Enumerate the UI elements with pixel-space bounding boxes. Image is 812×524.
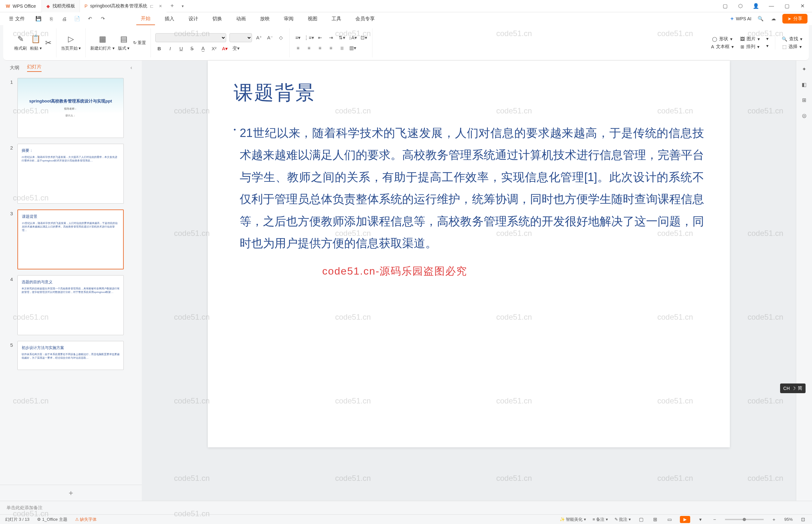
menu-tools[interactable]: 工具: [327, 12, 346, 25]
view-reading-icon[interactable]: ▭: [666, 515, 674, 523]
sidebar-tool-2[interactable]: ◧: [800, 80, 809, 89]
align-text-button[interactable]: ⊡▾: [360, 34, 368, 42]
undo-icon[interactable]: ↶: [86, 15, 94, 22]
notes-bar[interactable]: 单击此处添加备注: [0, 501, 812, 514]
distribute-button[interactable]: ⫼: [338, 44, 346, 52]
redo-icon[interactable]: ↷: [99, 15, 107, 22]
comments-toggle[interactable]: ✎ 批注 ▾: [614, 517, 631, 522]
cloud-icon[interactable]: ☁: [769, 15, 777, 22]
zoom-out-button[interactable]: −: [711, 515, 718, 523]
view-sorter-icon[interactable]: ⊞: [651, 515, 659, 523]
export-icon[interactable]: ⎘: [47, 15, 55, 22]
close-window-button[interactable]: ✕: [798, 2, 806, 10]
layout-icon[interactable]: ▢: [721, 2, 729, 10]
menu-slideshow[interactable]: 放映: [255, 12, 274, 25]
align-justify-button[interactable]: ≡: [327, 44, 335, 52]
align-left-button[interactable]: ≡: [294, 44, 302, 52]
font-size-select[interactable]: [229, 33, 252, 42]
menu-file[interactable]: ☰ 文件: [4, 12, 29, 25]
ime-indicator[interactable]: CH ☽ 简: [780, 383, 806, 393]
menu-design[interactable]: 设计: [184, 12, 203, 25]
sidebar-tool-3[interactable]: ⊞: [800, 95, 809, 104]
slide-canvas[interactable]: 课题背景 • 21世纪以来，随着科学技术的飞速发展，人们对信息的要求越来越高，于…: [155, 61, 783, 501]
menu-member[interactable]: 会员专享: [351, 12, 379, 25]
menu-start[interactable]: 开始: [136, 12, 155, 25]
underline-button[interactable]: U: [177, 45, 185, 52]
thumbnail-3[interactable]: 3 课题背景 21世纪以来，随着科学技术的飞速发展，人们对信息的要求越来越高，于…: [6, 210, 135, 269]
sidebar-tool-4[interactable]: ◎: [800, 111, 809, 120]
layout-button[interactable]: ▤版式 ▾: [118, 34, 130, 51]
find-button[interactable]: 🔍 查找 ▾: [782, 36, 802, 42]
minimize-button[interactable]: —: [767, 2, 775, 10]
bullets-button[interactable]: ≡▾: [294, 34, 302, 42]
new-slide-button[interactable]: ▦新建幻灯片 ▾: [90, 34, 115, 51]
style-dropdown[interactable]: ▾: [766, 36, 768, 41]
print-preview-icon[interactable]: 📄: [73, 15, 81, 22]
format-brush-button[interactable]: ✎格式刷: [14, 34, 27, 51]
theme-name[interactable]: ⚙ 1_Office 主题: [37, 517, 67, 522]
thumbnail-1[interactable]: 1 springboot高校教务管理系统设计与实现ppt 指导老师： 设计人：: [6, 78, 135, 138]
select-button[interactable]: ⬚ 选择 ▾: [782, 44, 802, 50]
maximize-button[interactable]: ▢: [783, 2, 791, 10]
slide-body-text[interactable]: 21世纪以来，随着科学技术的飞速发展，人们对信息的要求越来越高，于是传统的信息技…: [240, 122, 704, 254]
print-icon[interactable]: 🖨: [60, 15, 68, 22]
cube-icon[interactable]: ⬡: [736, 2, 744, 10]
menu-animation[interactable]: 动画: [232, 12, 250, 25]
tab-menu-button[interactable]: ▾: [178, 4, 187, 9]
zoom-level[interactable]: 95%: [784, 517, 793, 522]
search-icon[interactable]: 🔍: [757, 15, 764, 22]
close-tab-icon[interactable]: ✕: [159, 4, 162, 9]
numbering-button[interactable]: ⋮≡▾: [305, 34, 313, 42]
notes-toggle[interactable]: ≡ 备注 ▾: [593, 517, 608, 522]
slide-title[interactable]: 课题背景: [234, 80, 704, 106]
line-spacing-button[interactable]: ⇅▾: [338, 34, 346, 42]
wps-ai-button[interactable]: ✦ WPS AI: [730, 16, 751, 21]
decrease-font-icon[interactable]: A⁻: [266, 34, 274, 42]
italic-button[interactable]: I: [166, 45, 174, 52]
avatar-icon[interactable]: 👤: [752, 2, 760, 10]
add-tab-button[interactable]: +: [167, 3, 178, 9]
pin-icon[interactable]: ⊏: [150, 3, 154, 9]
text-effect-button[interactable]: 变▾: [232, 45, 240, 52]
align-center-button[interactable]: ≡: [305, 44, 313, 52]
add-slide-button[interactable]: +: [0, 485, 142, 501]
missing-font-warning[interactable]: ⚠ 缺失字体: [75, 517, 97, 522]
view-normal-icon[interactable]: ▢: [637, 515, 645, 523]
textbox-button[interactable]: A 文本框 ▾: [711, 44, 734, 50]
indent-left-button[interactable]: ⇤: [316, 34, 324, 42]
zoom-slider[interactable]: [725, 519, 764, 520]
text-direction-button[interactable]: ↕A▾: [349, 34, 357, 42]
highlight-button[interactable]: A̲: [199, 45, 207, 52]
collapse-panel-icon[interactable]: ‹: [131, 65, 132, 70]
tab-document[interactable]: P springboot高校教务管理系统 ⊏ ✕: [80, 0, 167, 12]
fill-dropdown[interactable]: ▾: [766, 43, 768, 48]
reset-button[interactable]: ↻ 重置: [133, 40, 146, 46]
increase-font-icon[interactable]: A⁺: [255, 34, 263, 42]
app-tab-wps[interactable]: W WPS Office: [0, 0, 42, 12]
indent-right-button[interactable]: ⇥: [327, 34, 335, 42]
picture-button[interactable]: 🖼 图片 ▾: [740, 36, 760, 42]
fit-window-icon[interactable]: ⊡: [799, 515, 807, 523]
bold-button[interactable]: B: [155, 45, 163, 52]
thumbnail-5[interactable]: 5 初步设计方法与实施方案 软件体系结构方面：由于本系统需要在不同设备上都能运行…: [6, 341, 135, 370]
font-family-select[interactable]: [155, 33, 226, 42]
font-color-button[interactable]: A▾: [221, 45, 229, 52]
strike-button[interactable]: S̶: [188, 45, 196, 52]
shape-button[interactable]: ◯ 形状 ▾: [712, 36, 732, 42]
cut-button[interactable]: ✂: [45, 38, 52, 47]
clear-format-icon[interactable]: ◇: [277, 34, 285, 42]
align-right-button[interactable]: ≡: [316, 44, 324, 52]
zoom-thumb[interactable]: [743, 518, 746, 521]
beautify-button[interactable]: ✨ 智能美化 ▾: [560, 517, 586, 522]
zoom-in-button[interactable]: +: [770, 515, 778, 523]
play-dropdown[interactable]: ▾: [697, 515, 705, 523]
menu-insert[interactable]: 插入: [160, 12, 179, 25]
slide-bullet[interactable]: • 21世纪以来，随着科学技术的飞速发展，人们对信息的要求越来越高，于是传统的信…: [234, 122, 704, 254]
paste-button[interactable]: 📋粘贴 ▾: [30, 34, 42, 51]
slideshow-play-button[interactable]: ▶: [680, 516, 690, 523]
menu-view[interactable]: 视图: [303, 12, 322, 25]
tab-outline[interactable]: 大纲: [10, 65, 19, 71]
arrange-button[interactable]: ⊞ 排列 ▾: [741, 44, 760, 50]
thumbnail-2[interactable]: 2 摘要： 21世纪以来，随着科学技术的飞速发展…大大提高了人们对信息的需求…本…: [6, 144, 135, 204]
tab-slides[interactable]: 幻灯片: [27, 64, 42, 72]
